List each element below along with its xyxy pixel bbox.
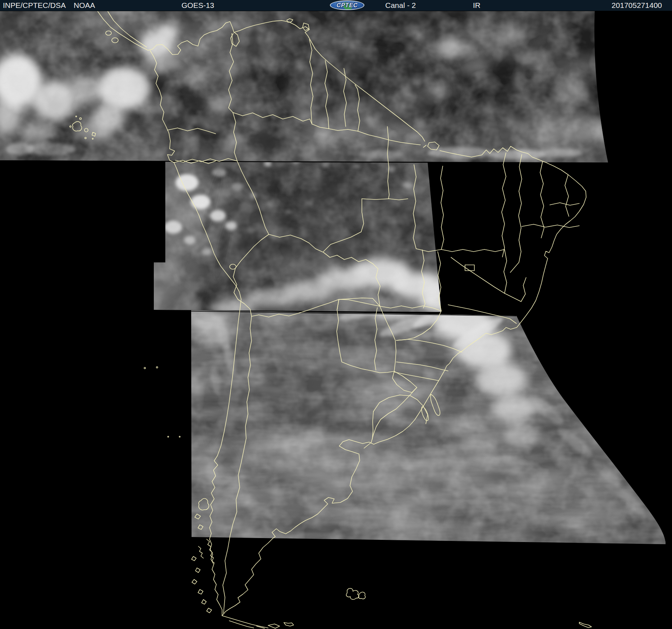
cptec-logo-text: CPTEC bbox=[331, 1, 364, 9]
image-header: INPE/CPTEC/DSA NOAA GOES-13 CPTEC Canal … bbox=[0, 0, 672, 11]
cptec-logo: CPTEC bbox=[330, 0, 364, 10]
header-band-label: IR bbox=[473, 0, 480, 11]
header-channel-label: Canal - 2 bbox=[385, 0, 416, 11]
swath-middle bbox=[111, 147, 471, 327]
header-agency-label: INPE/CPTEC/DSA bbox=[3, 0, 66, 11]
header-noaa-label: NOAA bbox=[74, 0, 95, 11]
goes-satellite-viewer: INPE/CPTEC/DSA NOAA GOES-13 CPTEC Canal … bbox=[0, 0, 672, 629]
swath-top bbox=[0, 11, 611, 173]
header-timestamp-label: 201705271400 bbox=[612, 0, 662, 11]
satellite-image-svg bbox=[0, 0, 672, 629]
satellite-map bbox=[0, 0, 672, 629]
header-satellite-label: GOES-13 bbox=[181, 0, 214, 11]
